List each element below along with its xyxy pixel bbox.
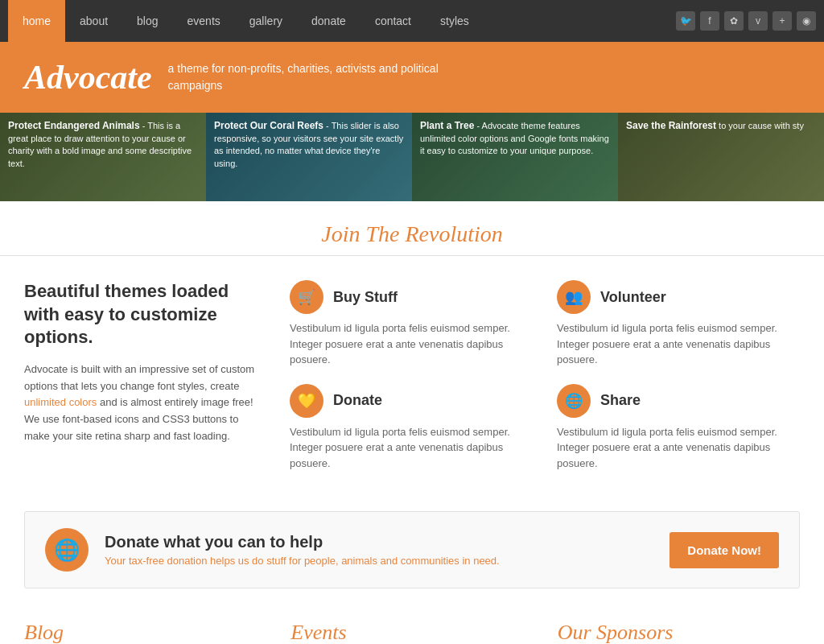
nav-blog[interactable]: blog xyxy=(122,0,172,42)
donate-icon: 💛 xyxy=(290,384,323,418)
feature-share: 🌐 Share Vestibulum id ligula porta felis… xyxy=(557,384,800,472)
feature-buy-stuff: 🛒 Buy Stuff Vestibulum id ligula porta f… xyxy=(290,280,533,368)
feature-donate-desc: Vestibulum id ligula porta felis euismod… xyxy=(290,424,533,472)
feature-donate: 💛 Donate Vestibulum id ligula porta feli… xyxy=(290,384,533,472)
feature-donate-title: Donate xyxy=(333,392,382,409)
flickr-icon[interactable]: ✿ xyxy=(724,11,744,31)
site-tagline: a theme for non-profits, charities, acti… xyxy=(168,60,450,94)
feature-share-title: Share xyxy=(600,392,641,409)
blog-col: Blog xyxy=(24,621,266,644)
features-left: Beautiful themes loaded with easy to cus… xyxy=(24,280,266,471)
join-heading: Join The Revolution xyxy=(16,221,808,247)
nav-links: home about blog events gallery donate co… xyxy=(8,0,484,42)
features-grid: 🛒 Buy Stuff Vestibulum id ligula porta f… xyxy=(290,280,800,471)
events-col: Events xyxy=(290,621,533,644)
feature-volunteer: 👥 Volunteer Vestibulum id ligula porta f… xyxy=(557,280,800,368)
nav-about[interactable]: about xyxy=(65,0,122,42)
nav-donate[interactable]: donate xyxy=(297,0,360,42)
donate-banner: 🌐 Donate what you can to help Your tax-f… xyxy=(24,511,800,588)
sponsors-col: Our Sponsors xyxy=(558,621,800,644)
main-nav: home about blog events gallery donate co… xyxy=(0,0,824,42)
slide-1: Protect Endangered Animals - This is a g… xyxy=(0,113,206,201)
slide-1-title: Protect Endangered Animals xyxy=(8,120,140,131)
main-content: Join The Revolution Beautiful themes loa… xyxy=(0,201,824,644)
events-heading: Events xyxy=(290,621,533,644)
feature-volunteer-title: Volunteer xyxy=(600,289,666,306)
features-heading: Beautiful themes loaded with easy to cus… xyxy=(24,280,266,349)
facebook-icon[interactable]: f xyxy=(700,11,719,31)
site-logo: Advocate xyxy=(24,58,152,97)
feature-buy-title: Buy Stuff xyxy=(333,289,398,306)
slide-2: Protect Our Coral Reefs - This slider is… xyxy=(206,113,412,201)
unlimited-colors-link[interactable]: unlimited colors xyxy=(24,396,97,408)
donate-now-button[interactable]: Donate Now! xyxy=(670,532,779,568)
donate-text: Donate what you can to help Your tax-fre… xyxy=(105,533,653,567)
buy-stuff-icon: 🛒 xyxy=(290,280,323,314)
rss-icon[interactable]: ◉ xyxy=(797,11,816,31)
slide-4: Save the Rainforest to your cause with s… xyxy=(618,113,824,201)
site-header: Advocate a theme for non-profits, charit… xyxy=(0,42,824,113)
share-icon: 🌐 xyxy=(557,384,591,418)
vimeo-icon[interactable]: v xyxy=(748,11,768,31)
slide-3-title: Plant a Tree xyxy=(420,120,474,131)
slide-3: Plant a Tree - Advocate theme features u… xyxy=(412,113,618,201)
feature-share-desc: Vestibulum id ligula porta felis euismod… xyxy=(557,424,800,472)
join-section: Join The Revolution xyxy=(0,201,824,256)
volunteer-icon: 👥 xyxy=(557,280,591,314)
hero-slider: Protect Endangered Animals - This is a g… xyxy=(0,113,824,201)
feature-volunteer-desc: Vestibulum id ligula porta felis euismod… xyxy=(557,320,800,368)
features-body: Advocate is built with an impressive set… xyxy=(24,361,266,445)
sponsors-heading: Our Sponsors xyxy=(558,621,800,644)
slide-2-title: Protect Our Coral Reefs xyxy=(214,120,323,131)
nav-events[interactable]: events xyxy=(173,0,235,42)
slide-4-text: to your cause with sty xyxy=(719,121,804,130)
features-section: Beautiful themes loaded with easy to cus… xyxy=(0,256,824,495)
social-icons: 🐦 f ✿ v + ◉ xyxy=(676,11,816,31)
nav-home[interactable]: home xyxy=(8,0,65,42)
donate-globe-icon: 🌐 xyxy=(45,528,89,572)
bottom-sections: Blog Events Our Sponsors xyxy=(0,605,824,644)
twitter-icon[interactable]: 🐦 xyxy=(676,11,695,31)
nav-gallery[interactable]: gallery xyxy=(235,0,297,42)
slide-4-title: Save the Rainforest xyxy=(626,120,716,131)
plus-icon[interactable]: + xyxy=(772,11,792,31)
feature-buy-desc: Vestibulum id ligula porta felis euismod… xyxy=(290,320,533,368)
donate-heading: Donate what you can to help xyxy=(105,533,653,551)
nav-styles[interactable]: styles xyxy=(426,0,484,42)
blog-heading: Blog xyxy=(24,621,266,644)
nav-contact[interactable]: contact xyxy=(360,0,426,42)
donate-subtext: Your tax-free donation helps us do stuff… xyxy=(105,555,653,567)
